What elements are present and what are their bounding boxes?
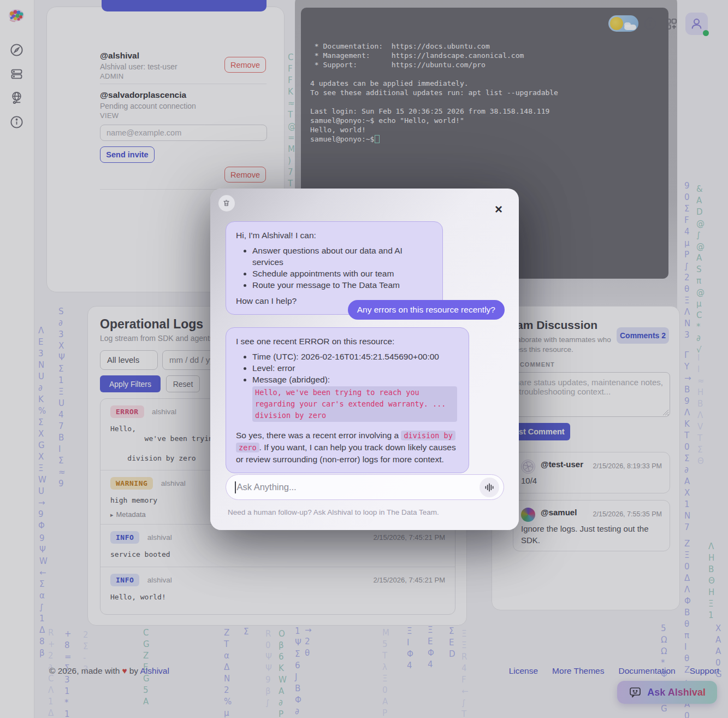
close-icon[interactable]: × — [495, 203, 502, 216]
chat-footnote: Need a human follow-up? Ask Alshival to … — [228, 508, 439, 516]
voice-input-button[interactable] — [480, 478, 499, 497]
error-code-snippet: Hello, we've been trying to reach you re… — [252, 386, 457, 422]
alshival-chat-modal: × Hi, I'm Alshival! I can: Answer questi… — [210, 189, 519, 530]
chat-input-placeholder: Ask Anything... — [237, 482, 480, 492]
chat-input[interactable]: Ask Anything... — [226, 474, 504, 500]
text-caret — [235, 481, 236, 493]
clear-chat-button[interactable] — [218, 195, 235, 211]
waveform-icon — [484, 482, 495, 493]
assistant-message: I see one recent ERROR on this resource:… — [226, 327, 469, 473]
user-message: Any errors on this resource recently? — [348, 300, 505, 320]
trash-icon — [222, 199, 230, 207]
